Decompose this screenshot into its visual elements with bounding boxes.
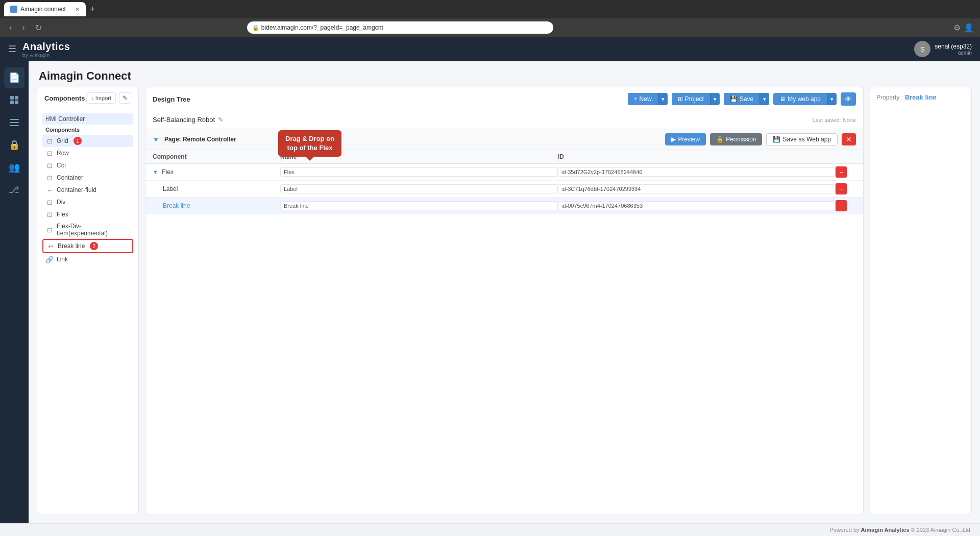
secure-icon: 🔒 xyxy=(252,25,259,31)
break-name-cell xyxy=(280,201,558,210)
tree-table-header: Component Name ID xyxy=(145,150,863,164)
lock-icon: 🔒 xyxy=(716,136,724,143)
flex-name-input[interactable] xyxy=(280,167,558,177)
browser-nav: ‹ › ↻ 🔒 bidev.aimagin.com/?_pageId=_page… xyxy=(0,18,980,37)
container-fluid-item[interactable]: ↔ Container-fluid xyxy=(42,184,133,196)
break-name-input[interactable] xyxy=(280,201,558,210)
sidebar-item-table[interactable] xyxy=(4,90,24,110)
project-btn-arrow[interactable]: ▾ xyxy=(710,93,720,105)
flex-div-item[interactable]: ⊡ Flex-Div-Item(experimental) xyxy=(42,221,133,239)
project-icon: ⊞ xyxy=(678,95,683,103)
save-btn-group: 💾 Save ▾ xyxy=(724,93,769,105)
break-delete-btn[interactable]: − xyxy=(836,200,847,211)
svg-rect-1 xyxy=(15,96,18,100)
sidebar-item-users[interactable]: 👥 xyxy=(4,157,24,178)
hmi-controller-item[interactable]: HMI Controller xyxy=(42,113,133,125)
eye-btn[interactable]: 👁 xyxy=(841,92,856,106)
app-logo: Analytics by Aimagin xyxy=(22,41,70,58)
back-btn[interactable]: ‹ xyxy=(6,22,15,33)
design-tree-title: Design Tree xyxy=(153,95,190,103)
property-value: Break line xyxy=(905,93,937,101)
col-icon: ⊡ xyxy=(45,161,54,169)
user-role: admin xyxy=(935,50,972,56)
collapse-icon[interactable]: ▼ xyxy=(153,169,158,175)
app-footer: Powered by Aimagin Analytics © 2023 Aima… xyxy=(0,523,980,536)
project-edit-icon[interactable]: ✎ xyxy=(218,116,224,124)
reload-btn[interactable]: ↻ xyxy=(32,22,45,34)
break-line-link[interactable]: Break line xyxy=(163,202,190,209)
div-item[interactable]: ⊡ Div xyxy=(42,196,133,208)
flex-name-cell xyxy=(280,167,558,177)
save-btn-arrow[interactable]: ▾ xyxy=(760,93,769,105)
new-btn-arrow[interactable]: ▾ xyxy=(658,93,668,105)
permission-btn[interactable]: 🔒 Permission xyxy=(710,133,762,145)
new-btn[interactable]: + New xyxy=(628,93,658,105)
project-btn-group: ⊞ Project ▾ xyxy=(672,93,720,105)
svg-rect-2 xyxy=(10,101,14,104)
icon-sidebar: 📄 🔒 👥 ⎇ xyxy=(0,61,29,523)
break-line-item[interactable]: ↩ Break line 2 xyxy=(42,239,133,253)
flex-delete-btn[interactable]: − xyxy=(836,166,847,178)
save-btn[interactable]: 💾 Save xyxy=(724,93,760,105)
project-btn[interactable]: ⊞ Project xyxy=(672,93,710,105)
svg-rect-3 xyxy=(15,101,18,104)
app-logo-text: Analytics xyxy=(22,41,70,53)
col-item[interactable]: ⊡ Col xyxy=(42,159,133,172)
controller-toggle[interactable]: ▼ xyxy=(153,136,159,143)
break-id-cell xyxy=(558,201,836,210)
myweb-icon: 🖥 xyxy=(779,95,786,103)
save-webapp-btn[interactable]: 💾 Save as Web app xyxy=(766,133,838,145)
svg-rect-5 xyxy=(10,122,19,123)
app-header: ☰ Analytics by Aimagin S senal (esp32) a… xyxy=(0,37,980,61)
import-btn[interactable]: ↓ Import xyxy=(86,92,116,104)
design-area: Design Tree + New ▾ xyxy=(145,87,864,515)
new-tab-btn[interactable]: + xyxy=(90,5,95,14)
preview-btn[interactable]: ▶ Preview xyxy=(665,133,706,145)
sidebar-item-branch[interactable]: ⎇ xyxy=(4,180,24,200)
myweb-btn-arrow[interactable]: ▾ xyxy=(827,93,837,105)
sidebar-item-menu[interactable] xyxy=(4,112,24,133)
grid-badge: 1 xyxy=(74,137,82,145)
footer-brand: Aimagin Analytics xyxy=(861,527,910,533)
row-icon: ⊡ xyxy=(45,149,54,157)
tab-favicon xyxy=(10,6,17,13)
forward-btn[interactable]: › xyxy=(19,22,28,33)
address-bar[interactable]: 🔒 bidev.aimagin.com/?_pageId=_page_amgcn… xyxy=(247,21,553,34)
break-id-input[interactable] xyxy=(558,201,836,210)
div-icon: ⊡ xyxy=(45,198,54,206)
hmi-label: HMI Controller xyxy=(45,115,85,123)
break-line-label: Break line xyxy=(58,242,85,250)
label-id-input[interactable] xyxy=(558,184,836,193)
myweb-btn[interactable]: 🖥 My web app xyxy=(773,93,827,105)
footer-text: Powered by Aimagin Analytics © 2023 Aima… xyxy=(829,527,972,533)
flex-id-input[interactable] xyxy=(558,167,836,177)
container-item[interactable]: ⊡ Container xyxy=(42,172,133,184)
col-label: Col xyxy=(57,162,66,169)
close-btn[interactable]: ✕ xyxy=(842,133,856,145)
controller-bar: ▼ Page: Remote Controller Drag & Drop on… xyxy=(145,129,863,150)
link-item[interactable]: 🔗 Link xyxy=(42,253,133,265)
tab-close-btn[interactable]: ✕ xyxy=(75,6,80,13)
label-component-cell: Label xyxy=(153,185,280,192)
grid-item[interactable]: ⊡ Grid 1 xyxy=(42,135,133,147)
label-name-input[interactable] xyxy=(280,184,558,193)
flex-component-cell: ▼ Flex xyxy=(153,168,280,176)
container-label: Container xyxy=(57,174,83,181)
row-item[interactable]: ⊡ Row xyxy=(42,147,133,159)
hamburger-menu[interactable]: ☰ xyxy=(8,43,16,55)
browser-tab[interactable]: Aimagin connect ✕ xyxy=(4,2,86,16)
edit-btn[interactable]: ✎ xyxy=(119,92,131,104)
extensions-btn[interactable]: ⚙ xyxy=(953,23,961,33)
grid-comp-icon: ⊡ xyxy=(45,137,54,145)
components-section-title: Components xyxy=(42,125,133,135)
page-title: Aimagin Connect xyxy=(39,69,131,82)
label-delete-btn[interactable]: − xyxy=(836,183,847,194)
profile-btn[interactable]: 👤 xyxy=(964,23,974,33)
break-action-cell: − xyxy=(836,200,856,211)
container-icon: ⊡ xyxy=(45,174,54,182)
flex-item[interactable]: ⊡ Flex xyxy=(42,208,133,221)
design-tree-actions: + New ▾ ⊞ Project xyxy=(628,92,856,106)
drag-tooltip-line1: Drag & Drop on xyxy=(285,134,334,143)
sidebar-item-document[interactable]: 📄 xyxy=(4,67,24,88)
sidebar-item-lock[interactable]: 🔒 xyxy=(4,135,24,155)
